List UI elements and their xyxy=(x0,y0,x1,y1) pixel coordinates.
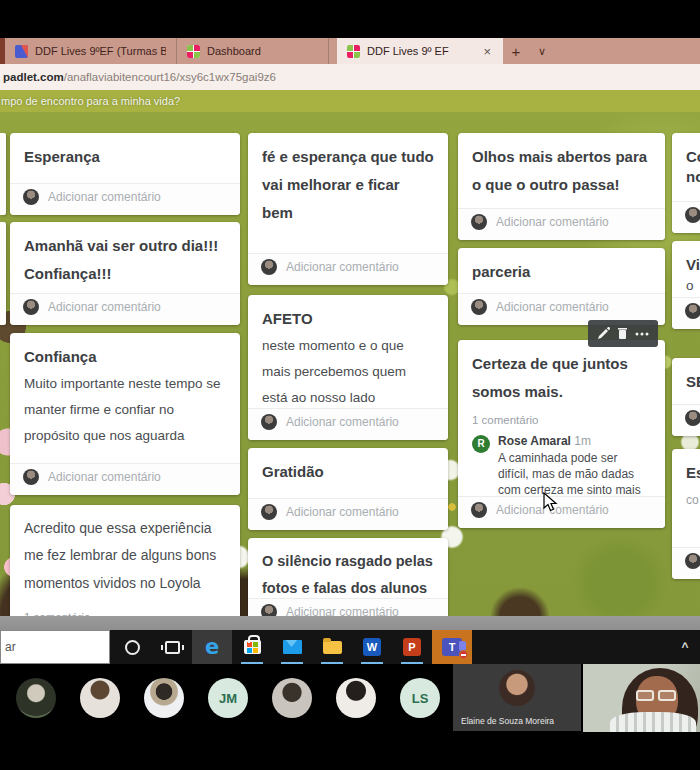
add-comment-label: Adicionar comentário xyxy=(496,300,609,314)
card-gratidao[interactable]: Gratidão Adicionar comentário xyxy=(248,448,448,530)
add-comment-row[interactable]: Adicionar comentário xyxy=(248,498,448,530)
card-confianca[interactable]: Confiança Muito importante neste tempo s… xyxy=(10,333,240,495)
add-comment-row[interactable]: Adicionar comentário xyxy=(10,293,240,325)
participant-video-tile[interactable] xyxy=(583,664,700,732)
mail-icon xyxy=(283,640,302,654)
word-button[interactable]: W xyxy=(352,630,392,664)
cortana-button[interactable] xyxy=(112,630,152,664)
screen: DDF Lives 9ºEF (Turmas B e Dashboard DDF… xyxy=(0,0,700,770)
more-options-icon[interactable] xyxy=(635,332,649,336)
participant-name-label: Elaine de Souza Moreira xyxy=(461,716,554,726)
add-comment-row[interactable]: Adicionar comentário xyxy=(458,496,665,528)
comment-count-label[interactable]: 1 comentário xyxy=(472,414,651,426)
taskbar-show-hidden-icons[interactable]: ^ xyxy=(670,630,700,664)
video-person-glasses xyxy=(636,690,676,701)
participant-avatar-initials[interactable]: LS xyxy=(400,678,440,718)
add-comment-row[interactable]: Adicionar comentário xyxy=(248,408,448,440)
do-not-disturb-badge xyxy=(459,650,468,659)
mail-button[interactable] xyxy=(272,630,312,664)
card-amanha[interactable]: Amanhã vai ser outro dia!!! Confiança!!!… xyxy=(10,222,240,325)
participant-avatar-initials[interactable]: JM xyxy=(208,678,248,718)
participant-avatar xyxy=(499,670,535,706)
card-title: parceria xyxy=(472,258,651,286)
participant-avatar[interactable] xyxy=(80,678,120,718)
tab-close-icon[interactable]: × xyxy=(481,45,493,58)
tab-spacer xyxy=(329,38,337,64)
commenter-avatar-icon xyxy=(471,214,487,230)
participant-avatar[interactable] xyxy=(144,678,184,718)
delete-trash-icon[interactable] xyxy=(617,327,628,340)
add-comment-row[interactable] xyxy=(672,547,700,579)
store-icon xyxy=(244,640,261,654)
tab-dashboard[interactable]: Dashboard xyxy=(177,38,329,64)
card-partial-right[interactable]: SE xyxy=(672,358,700,436)
teams-icon: T xyxy=(442,638,462,656)
powerpoint-button[interactable]: P xyxy=(392,630,432,664)
card-esperanca[interactable]: Esperança Adicionar comentário xyxy=(10,133,240,215)
card-edit-toolbar xyxy=(588,320,658,347)
card-afeto[interactable]: AFETO neste momento e o que mais percebe… xyxy=(248,295,448,440)
task-view-icon xyxy=(165,641,180,654)
add-comment-label: Adicionar comentário xyxy=(48,300,161,314)
card-olhos[interactable]: Olhos mais abertos para o que o outro pa… xyxy=(458,133,665,240)
commenter-avatar-icon xyxy=(261,504,277,520)
add-comment-label: Adicionar comentário xyxy=(48,470,161,484)
add-comment-row[interactable] xyxy=(672,404,700,436)
url-path: /anaflaviabitencourt16/xsy6c1wx75gai9z6 xyxy=(64,71,276,83)
taskbar-search-box[interactable]: ar xyxy=(0,630,110,664)
card-body: co xyxy=(686,493,700,507)
edit-pencil-icon[interactable] xyxy=(597,327,610,340)
add-comment-label: Adicionar comentário xyxy=(286,260,399,274)
participant-avatar[interactable] xyxy=(336,678,376,718)
card-title: AFETO xyxy=(262,305,434,333)
card-acredito[interactable]: Acredito que essa experiência me fez lem… xyxy=(10,505,240,630)
padlet-board: Esperança Adicionar comentário Amanhã va… xyxy=(0,112,700,630)
participant-tile-elaine[interactable]: Elaine de Souza Moreira xyxy=(453,664,581,731)
word-icon: W xyxy=(363,638,381,656)
add-comment-label: Adicionar comentário xyxy=(496,215,609,229)
card-partial-right[interactable]: Vi o xyxy=(672,241,700,329)
commenter-avatar-icon xyxy=(471,299,487,315)
participant-avatar[interactable] xyxy=(16,678,56,718)
taskbar-icons: e W P T xyxy=(112,630,472,664)
card-certeza[interactable]: Certeza de que juntos somos mais. 1 come… xyxy=(458,340,665,528)
task-view-button[interactable] xyxy=(152,630,192,664)
edge-button[interactable]: e xyxy=(192,630,232,664)
tab-list-menu-button[interactable]: ∨ xyxy=(529,38,555,64)
browser-tab-bar: DDF Lives 9ºEF (Turmas B e Dashboard DDF… xyxy=(0,38,700,64)
file-explorer-button[interactable] xyxy=(312,630,352,664)
card-fe-esperanca[interactable]: fé e esperança que tudo vai melhorar e f… xyxy=(248,133,448,285)
participant-avatar[interactable] xyxy=(272,678,312,718)
comment-timestamp: 1m xyxy=(574,434,591,448)
window-bottom-edge xyxy=(0,616,700,630)
card-partial-right[interactable]: Co no xyxy=(672,133,700,233)
add-comment-label: Adicionar comentário xyxy=(286,505,399,519)
card-partial-right[interactable]: Es co xyxy=(672,449,700,579)
board-question-text: mpo de encontro para a minha vida? xyxy=(1,95,180,107)
card-title: SE xyxy=(686,368,700,396)
card-title: Gratidão xyxy=(262,458,434,486)
add-comment-row[interactable]: Adicionar comentário xyxy=(10,463,240,495)
card-body: Acredito que essa experiência me fez lem… xyxy=(24,515,226,597)
card-body: neste momento e o que mais percebemos qu… xyxy=(262,333,434,412)
store-button[interactable] xyxy=(232,630,272,664)
tab-ddf-lives-active[interactable]: DDF Lives 9º EF × xyxy=(337,38,503,64)
card-title: Certeza de que juntos somos mais. xyxy=(472,350,651,406)
windows-taskbar: ar e W P T ^ xyxy=(0,630,700,664)
add-comment-row[interactable]: Adicionar comentário xyxy=(248,253,448,285)
add-comment-row[interactable]: Adicionar comentário xyxy=(10,183,240,215)
url-host: padlet.com xyxy=(3,71,64,83)
teams-button[interactable]: T xyxy=(432,630,472,664)
add-comment-row[interactable] xyxy=(672,297,700,329)
add-comment-row[interactable]: Adicionar comentário xyxy=(458,208,665,240)
padlet-favicon-icon xyxy=(347,45,360,58)
video-person-shirt xyxy=(610,712,696,732)
url-bar[interactable]: padlet.com/anaflaviabitencourt16/xsy6c1w… xyxy=(0,64,700,90)
add-comment-row[interactable] xyxy=(672,201,700,233)
card-parceria[interactable]: parceria Adicionar comentário xyxy=(458,248,665,325)
card-title: Confiança xyxy=(24,343,226,371)
commenter-avatar-icon xyxy=(23,299,39,315)
tab-ddf-lives-turmas[interactable]: DDF Lives 9ºEF (Turmas B e xyxy=(5,38,177,64)
card-body: Muito importante neste tempo se manter f… xyxy=(24,371,226,450)
new-tab-button[interactable]: + xyxy=(503,38,529,64)
